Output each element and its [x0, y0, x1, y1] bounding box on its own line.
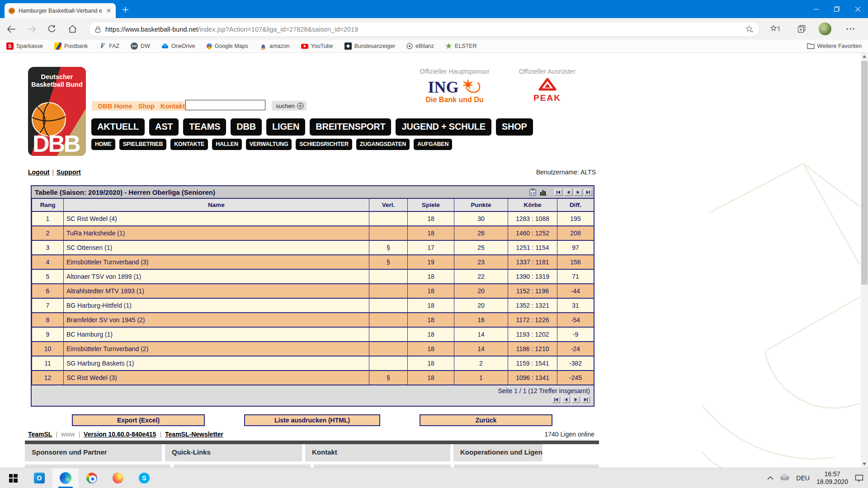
nav-dbb[interactable]: DBB	[231, 118, 262, 136]
table-row: 10 Eimsbütteler Turnverband (2) 18 14 11…	[32, 342, 594, 356]
excel-export-icon[interactable]: 1:2	[529, 188, 536, 196]
scroll-down-icon[interactable]	[861, 460, 868, 468]
scroll-up-icon[interactable]	[861, 53, 868, 60]
profile-avatar[interactable]	[818, 18, 832, 40]
col-koerbe: Körbe	[508, 198, 557, 211]
nav-jugend-schule[interactable]: JUGEND + SCHULE	[396, 118, 491, 136]
minimize-button[interactable]	[806, 0, 826, 18]
browser-tab[interactable]: Hamburger Basketball-Verband e	[5, 3, 116, 18]
back-icon[interactable]	[5, 23, 17, 35]
subnav-aufgaben[interactable]: AUFGABEN	[414, 139, 452, 150]
mininav-dbb-home[interactable]: DBB Home	[98, 103, 132, 110]
page-next-button[interactable]	[574, 189, 582, 196]
subnav-zugangsdaten[interactable]: ZUGANGSDATEN	[356, 139, 410, 150]
table-row: 12 SC Rist Wedel (3) § 18 1 1096 : 1341 …	[32, 371, 594, 385]
close-button[interactable]	[847, 0, 868, 18]
export-excel-button[interactable]: Export (Excel)	[72, 414, 205, 426]
chart-icon[interactable]	[539, 188, 547, 196]
subnav-hallen[interactable]: HALLEN	[212, 139, 242, 150]
support-link[interactable]: Support	[57, 169, 81, 176]
page-first-button[interactable]	[554, 189, 562, 196]
address-bar[interactable]: https://www.basketball-bund.net/index.js…	[89, 22, 760, 37]
cell-koerbe: 1152 : 1196	[508, 284, 557, 298]
subnav-home[interactable]: HOME	[91, 139, 115, 150]
taskbar-skype[interactable]: S	[131, 468, 157, 488]
favorites-icon[interactable]	[769, 18, 782, 40]
bookmark-label-youtube: YouTube	[311, 43, 333, 49]
nav-aktuell[interactable]: AKTUELL	[91, 118, 145, 136]
more-favorites[interactable]: Weitere Favoriten	[807, 43, 862, 49]
notification-icon[interactable]	[855, 474, 863, 482]
subnav-spielbetrieb[interactable]: SPIELBETRIEB	[119, 139, 167, 150]
collections-icon[interactable]	[795, 18, 808, 40]
restore-button[interactable]	[826, 0, 847, 18]
bookmark-item[interactable]: DW	[131, 42, 150, 50]
page-first-button[interactable]	[552, 396, 560, 403]
teamsl-link[interactable]: TeamSL	[28, 431, 52, 438]
forward-icon[interactable]	[26, 23, 38, 35]
onedrive-tray-icon[interactable]	[780, 476, 789, 480]
page-last-button[interactable]	[584, 189, 592, 196]
bookmark-item[interactable]: YouTube	[301, 43, 333, 49]
nav-ast[interactable]: AST	[149, 118, 179, 136]
bookmark-item[interactable]: eBilanz	[406, 43, 434, 49]
taskbar-chrome[interactable]	[79, 468, 105, 488]
username-text: Benutzername: ALTS	[536, 169, 596, 176]
cell-diff: -245	[557, 371, 594, 385]
bookmark-item[interactable]: Bundesanzeiger	[344, 42, 395, 50]
scrollbar-thumb[interactable]	[861, 61, 868, 285]
subnav-verwaltung[interactable]: VERWALTUNG	[246, 139, 292, 150]
nav-teams[interactable]: TEAMS	[183, 118, 226, 136]
bookmark-item[interactable]: OneDrive	[161, 42, 195, 50]
home-icon[interactable]	[66, 23, 78, 35]
cell-name: Altonaer TSV von 1899 (1)	[64, 269, 369, 284]
bookmark-item[interactable]: amazon	[259, 42, 289, 50]
subnav-schiedsrichter[interactable]: SCHIEDSRICHTER	[296, 139, 352, 150]
taskbar-outlook[interactable]: O	[26, 468, 52, 488]
taskbar-edge[interactable]	[52, 468, 79, 488]
page-next-button[interactable]	[572, 396, 580, 403]
peak-logo[interactable]: PEAK	[510, 77, 585, 103]
mininav-kontakt[interactable]: Kontakt	[160, 103, 185, 110]
tab-close-icon[interactable]	[105, 7, 112, 14]
cell-verl: §	[369, 255, 408, 269]
settings-menu-icon[interactable]	[844, 18, 857, 40]
nav-ligen[interactable]: LIGEN	[266, 118, 305, 136]
taskbar-firefox[interactable]	[105, 468, 131, 488]
new-tab-button[interactable]	[120, 5, 130, 14]
version-link[interactable]: Version 10.60.0-840e415	[84, 431, 156, 438]
cell-verl	[369, 298, 408, 313]
language-indicator[interactable]: DEU	[796, 474, 810, 482]
dbb-logo[interactable]: Deutscher Basketball Bund DBB	[28, 67, 86, 156]
search-button[interactable]: suchen	[272, 101, 307, 111]
bookmark-item[interactable]: Sparkasse	[6, 42, 43, 50]
cell-koerbe: 1096 : 1341	[508, 371, 557, 385]
cell-spiele: 18	[408, 313, 454, 327]
ing-logo[interactable]: ING	[404, 79, 505, 94]
pagination-text: Seite 1 / 1 (12 Treffer insgesamt)	[35, 387, 590, 394]
page-prev-button[interactable]	[564, 189, 572, 196]
page-prev-button[interactable]	[562, 396, 570, 403]
refresh-icon[interactable]	[46, 23, 58, 35]
taskbar-clock[interactable]: 16:57 18.09.2020	[816, 470, 848, 486]
search-input[interactable]	[185, 100, 265, 110]
print-list-button[interactable]: Liste ausdrucken (HTML)	[244, 414, 380, 426]
mininav-shop[interactable]: Shop	[138, 103, 155, 110]
url-path: /index.jsp?Action=107&liga_id=27828&sais…	[198, 26, 358, 33]
newsletter-link[interactable]: TeamSL-Newsletter	[165, 431, 223, 438]
start-button[interactable]	[0, 468, 26, 488]
bookmark-item[interactable]: FAZ	[99, 42, 119, 50]
logout-link[interactable]: Logout	[28, 169, 49, 176]
browser-toolbar: https://www.basketball-bund.net/index.js…	[0, 18, 868, 40]
add-favorite-star-icon[interactable]	[745, 25, 754, 33]
nav-shop[interactable]: SHOP	[496, 118, 533, 136]
bookmark-item[interactable]: Google Maps	[207, 43, 248, 49]
tray-chevron-icon[interactable]	[767, 476, 774, 480]
back-button[interactable]: Zurück	[420, 414, 552, 426]
page-last-button[interactable]	[582, 396, 590, 403]
subnav-kontakte[interactable]: KONTAKTE	[170, 139, 208, 150]
nav-breitensport[interactable]: BREITENSPORT	[310, 118, 391, 136]
bookmark-item[interactable]: ELSTER	[445, 43, 477, 50]
page-scrollbar[interactable]	[861, 53, 868, 468]
bookmark-item[interactable]: Postbank	[54, 42, 88, 50]
